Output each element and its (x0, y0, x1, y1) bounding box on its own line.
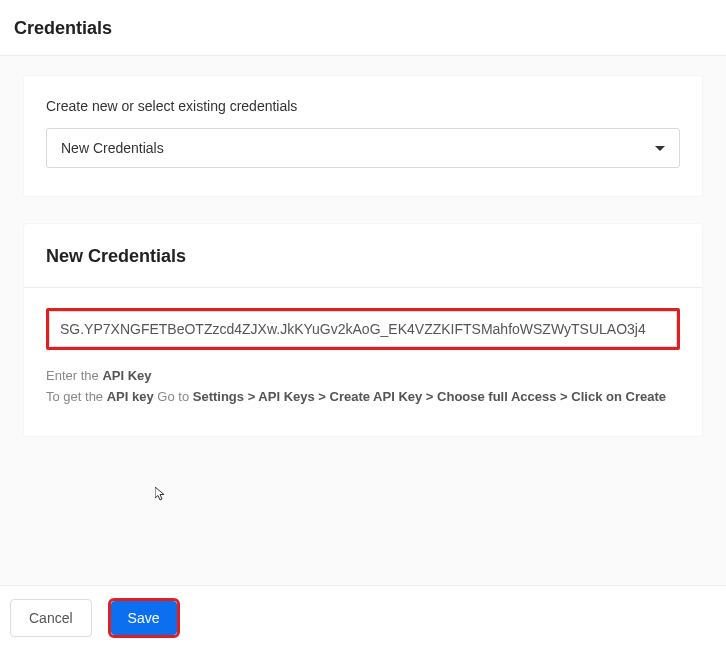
content-area: Create new or select existing credential… (0, 56, 726, 484)
dropdown-selected-value: New Credentials (61, 140, 164, 156)
page-title: Credentials (14, 18, 712, 39)
help-text-1: Enter the API Key (46, 366, 680, 387)
chevron-down-icon (655, 146, 665, 151)
selector-label: Create new or select existing credential… (46, 98, 680, 114)
api-key-highlight (46, 308, 680, 350)
credentials-dropdown[interactable]: New Credentials (46, 128, 680, 168)
credentials-selector-card: Create new or select existing credential… (24, 76, 702, 196)
page-header: Credentials (0, 0, 726, 56)
footer-actions: Cancel Save (0, 585, 726, 650)
new-credentials-card: New Credentials Enter the API Key To get… (24, 224, 702, 436)
api-key-input[interactable] (49, 311, 677, 347)
cursor-icon (155, 487, 167, 504)
cancel-button[interactable]: Cancel (10, 599, 92, 637)
divider (24, 287, 702, 288)
help-text-2: To get the API key Go to Settings > API … (46, 387, 680, 408)
save-button[interactable]: Save (111, 601, 177, 635)
new-credentials-title: New Credentials (46, 246, 680, 267)
save-button-highlight: Save (108, 598, 180, 638)
